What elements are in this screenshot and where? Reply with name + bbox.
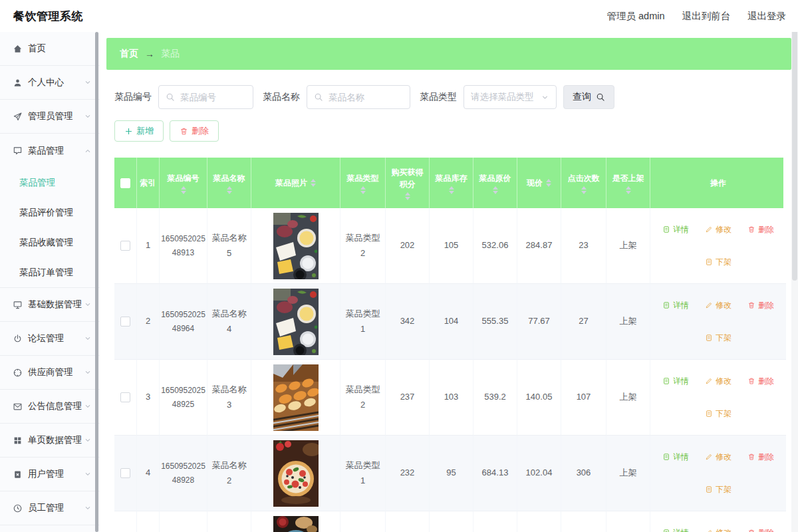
sort-caret-icon[interactable] — [227, 186, 232, 194]
trash-icon — [180, 127, 188, 136]
sidebar-subitem-dish-review[interactable]: 菜品评价管理 — [0, 198, 100, 227]
sort-caret-icon[interactable] — [581, 186, 587, 194]
off-shelf-link[interactable]: 下架 — [705, 483, 732, 496]
sidebar-item-label: 单页数据管理 — [28, 434, 82, 446]
sidebar-scrollbar[interactable] — [95, 32, 98, 532]
column-header[interactable]: 菜品编号 — [160, 158, 207, 208]
edit-link[interactable]: 修改 — [705, 450, 732, 464]
delete-link[interactable]: 删除 — [747, 374, 774, 388]
cell-index: 1 — [137, 208, 160, 284]
dish-photo-cheese-platter[interactable] — [273, 289, 319, 355]
column-header[interactable]: 现价 — [517, 158, 561, 208]
cell-points — [386, 511, 430, 532]
column-header[interactable]: 点击次数 — [561, 158, 606, 208]
sort-caret-icon[interactable] — [405, 192, 410, 200]
edit-link[interactable]: 修改 — [705, 374, 732, 388]
cell-points: 342 — [386, 284, 430, 360]
monitor-icon — [13, 300, 23, 310]
column-header[interactable]: 菜品库存 — [430, 158, 473, 208]
off-shelf-link[interactable]: 下架 — [705, 407, 732, 420]
column-header[interactable]: 购买获得积分 — [386, 158, 430, 208]
chevron-down-icon — [84, 78, 92, 86]
sidebar-item-user-management[interactable]: 用户管理 — [0, 458, 100, 491]
sidebar-item-staff-management[interactable]: 员工管理 — [0, 491, 100, 525]
detail-link[interactable]: 详情 — [662, 223, 689, 236]
row-checkbox[interactable] — [120, 317, 130, 327]
edit-link[interactable]: 修改 — [705, 223, 732, 236]
delete-link[interactable]: 删除 — [747, 526, 774, 532]
delete-button[interactable]: 删除 — [170, 120, 219, 142]
dish-photo-cheese-platter[interactable] — [273, 213, 319, 279]
sidebar-item-forum[interactable]: 论坛管理 — [0, 322, 100, 356]
table-row: 41650952025​48928菜品名称2菜品类型123295684.1310… — [114, 436, 783, 511]
dishes-table: 索引菜品编号菜品名称菜品照片菜品类型购买获得积分菜品库存菜品原价现价点击次数是否… — [114, 158, 783, 532]
detail-link[interactable]: 详情 — [662, 299, 689, 312]
sort-caret-icon[interactable] — [360, 186, 366, 194]
detail-link[interactable]: 详情 — [662, 526, 689, 532]
dish-photo-pizza[interactable] — [273, 440, 319, 507]
column-header[interactable]: 菜品类型 — [340, 158, 386, 208]
sort-caret-icon[interactable] — [311, 179, 316, 187]
sidebar-item-base-data[interactable]: 基础数据管理 — [0, 288, 100, 322]
sidebar-item-admin-management[interactable]: 管理员管理 — [0, 100, 100, 134]
breadcrumb-home[interactable]: 首页 — [120, 48, 138, 60]
dish-type-label: 菜品类型 — [420, 91, 457, 103]
sidebar-subitem-dish-order[interactable]: 菜品订单管理 — [0, 257, 100, 287]
sort-caret-icon[interactable] — [493, 186, 498, 194]
row-checkbox[interactable] — [120, 241, 130, 251]
sidebar-item-announcement[interactable]: 公告信息管理 — [0, 390, 100, 424]
dish-name-input[interactable] — [327, 92, 403, 103]
dish-photo-grilled-skewers[interactable] — [273, 364, 319, 431]
delete-link[interactable]: 删除 — [747, 299, 774, 312]
edit-link[interactable]: 修改 — [705, 299, 732, 312]
delete-link[interactable]: 删除 — [747, 450, 774, 464]
sort-caret-icon[interactable] — [626, 186, 631, 194]
detail-link[interactable]: 详情 — [662, 374, 689, 388]
row-checkbox[interactable] — [120, 468, 130, 478]
sidebar-item-label: 菜品管理 — [28, 145, 64, 157]
select-all-checkbox[interactable] — [120, 178, 130, 188]
sidebar-submenu: 菜品管理菜品评价管理菜品收藏管理菜品订单管理 — [0, 168, 100, 288]
cell-photo — [251, 436, 340, 511]
delete-link[interactable]: 删除 — [747, 223, 774, 236]
cell-actions: 详情修改删除下架 — [650, 360, 786, 436]
cell-clicks: 306 — [561, 436, 606, 511]
sidebar-item-supplier[interactable]: 供应商管理 — [0, 356, 100, 390]
off-shelf-link[interactable]: 下架 — [705, 255, 732, 269]
row-checkbox[interactable] — [120, 392, 130, 402]
table-header-row: 索引菜品编号菜品名称菜品照片菜品类型购买获得积分菜品库存菜品原价现价点击次数是否… — [114, 158, 783, 208]
detail-link[interactable]: 详情 — [662, 450, 689, 464]
dish-photo-dark-dish[interactable] — [273, 516, 319, 532]
page-scrollbar[interactable] — [791, 0, 798, 532]
sort-caret-icon[interactable] — [449, 186, 454, 194]
sidebar-subitem-dish-favorite[interactable]: 菜品收藏管理 — [0, 227, 100, 257]
off-shelf-link[interactable]: 下架 — [705, 331, 732, 344]
column-header[interactable]: 是否上架 — [606, 158, 650, 208]
edit-link[interactable]: 修改 — [705, 526, 732, 532]
clock-icon — [13, 503, 23, 513]
pencil-icon — [705, 225, 713, 233]
dish-type-select[interactable]: 请选择菜品类型 — [464, 85, 557, 109]
sidebar-item-dish-management[interactable]: 菜品管理 — [0, 134, 100, 168]
sidebar-subitem-dish-list[interactable]: 菜品管理 — [0, 168, 100, 198]
exit-to-front-link[interactable]: 退出到前台 — [682, 10, 731, 23]
sidebar-item-single-page[interactable]: 单页数据管理 — [0, 424, 100, 458]
plus-icon — [124, 127, 133, 136]
search-button[interactable]: 查询 — [563, 85, 614, 109]
trash-icon — [747, 301, 755, 309]
dish-code-input[interactable] — [179, 92, 246, 103]
column-header[interactable]: 菜品名称 — [207, 158, 251, 208]
logout-link[interactable]: 退出登录 — [747, 10, 786, 23]
column-header[interactable]: 菜品照片 — [251, 158, 340, 208]
cell-shelf-status: 上架 — [606, 284, 650, 360]
sidebar-item-home[interactable]: 首页 — [0, 32, 100, 66]
cell-index: 4 — [137, 436, 160, 511]
sort-caret-icon[interactable] — [181, 186, 186, 194]
sidebar-item-profile[interactable]: 个人中心 — [0, 66, 100, 100]
cell-code: 1650952025​48964 — [160, 284, 207, 360]
add-button[interactable]: 新增 — [114, 120, 164, 142]
sort-caret-icon[interactable] — [546, 179, 551, 187]
page-scrollbar-thumb[interactable] — [792, 28, 797, 281]
cell-clicks: 107 — [561, 360, 606, 436]
column-header[interactable]: 菜品原价 — [473, 158, 517, 208]
